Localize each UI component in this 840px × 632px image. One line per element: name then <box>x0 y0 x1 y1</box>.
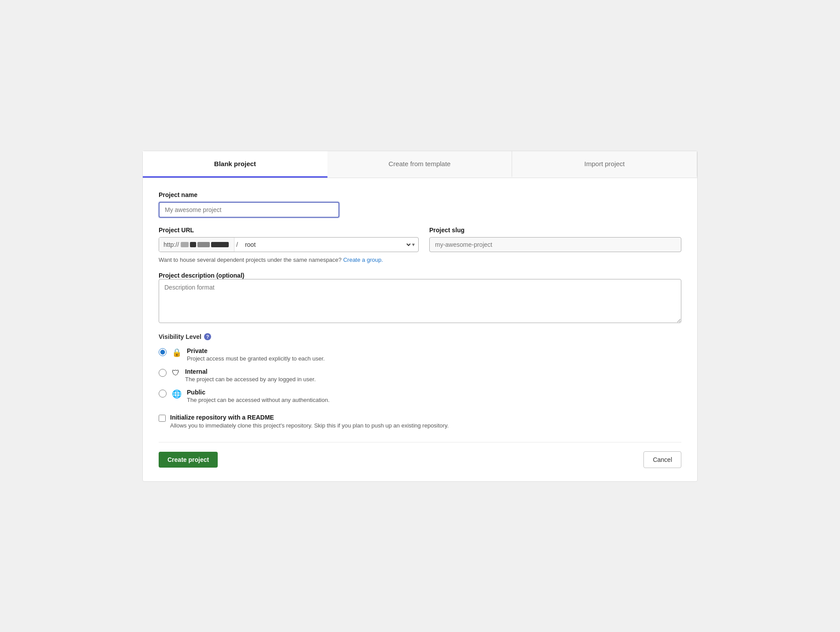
visibility-text-private: Private Project access must be granted e… <box>187 347 325 362</box>
tab-create-template[interactable]: Create from template <box>327 151 513 178</box>
visibility-option-public: 🌐 Public The project can be accessed wit… <box>159 389 681 403</box>
visibility-text-public: Public The project can be accessed witho… <box>187 389 330 403</box>
tab-bar: Blank project Create from template Impor… <box>143 151 697 178</box>
project-name-group: Project name <box>159 191 681 218</box>
visibility-name-internal: Internal <box>185 368 316 375</box>
description-label: Project description (optional) <box>159 272 244 279</box>
modal-container: Blank project Create from template Impor… <box>142 151 698 482</box>
visibility-option-private: 🔒 Private Project access must be granted… <box>159 347 681 362</box>
visibility-desc-public: The project can be accessed without any … <box>187 397 330 403</box>
radio-public[interactable] <box>159 390 167 398</box>
visibility-name-private: Private <box>187 347 325 354</box>
url-select-wrapper[interactable]: root ▾ <box>240 241 418 249</box>
radio-internal-wrapper <box>159 369 167 378</box>
url-slash: / <box>234 238 240 252</box>
project-name-input[interactable] <box>159 202 339 218</box>
init-repo-section: Initialize repository with a README Allo… <box>159 414 681 429</box>
form-body: Project name Project URL http:// <box>143 178 697 481</box>
url-block-3 <box>197 242 210 247</box>
tab-create-template-label: Create from template <box>389 160 451 167</box>
hint-text: Want to house several dependent projects… <box>159 257 681 263</box>
visibility-title: Visibility Level ? <box>159 333 681 340</box>
project-name-label: Project name <box>159 191 681 198</box>
url-block-1 <box>181 242 189 247</box>
shield-icon: 🛡 <box>172 368 180 378</box>
tab-blank-project-label: Blank project <box>214 160 256 167</box>
project-slug-input[interactable] <box>429 237 681 252</box>
visibility-name-public: Public <box>187 389 330 396</box>
lock-icon: 🔒 <box>172 348 182 357</box>
visibility-text-internal: Internal The project can be accessed by … <box>185 368 316 383</box>
init-repo-desc: Allows you to immediately clone this pro… <box>170 422 449 429</box>
tab-blank-project[interactable]: Blank project <box>143 151 327 178</box>
init-repo-checkbox[interactable] <box>159 415 166 422</box>
chevron-down-icon: ▾ <box>412 242 415 248</box>
project-slug-group: Project slug <box>429 227 681 252</box>
url-blocks <box>181 242 229 247</box>
radio-private[interactable] <box>159 348 167 356</box>
description-group: Project description (optional) <box>159 272 681 324</box>
visibility-desc-private: Project access must be granted explicitl… <box>187 355 325 362</box>
url-slug-row: Project URL http:// / r <box>159 227 681 252</box>
visibility-section: Visibility Level ? 🔒 Private Project acc… <box>159 333 681 403</box>
project-slug-label: Project slug <box>429 227 681 234</box>
visibility-desc-internal: The project can be accessed by any logge… <box>185 376 316 383</box>
radio-private-wrapper <box>159 348 167 357</box>
tab-import-project[interactable]: Import project <box>512 151 697 178</box>
globe-icon: 🌐 <box>172 389 182 399</box>
cancel-button[interactable]: Cancel <box>643 451 681 468</box>
create-project-button[interactable]: Create project <box>159 452 218 468</box>
init-repo-text: Initialize repository with a README Allo… <box>170 414 449 429</box>
visibility-help-icon[interactable]: ? <box>204 333 211 340</box>
radio-internal[interactable] <box>159 369 167 377</box>
project-url-label: Project URL <box>159 227 419 234</box>
radio-public-wrapper <box>159 390 167 399</box>
init-repo-title: Initialize repository with a README <box>170 414 449 421</box>
description-textarea[interactable] <box>159 279 681 323</box>
url-block-4 <box>211 242 229 247</box>
url-prefix: http:// <box>159 238 234 252</box>
tab-import-project-label: Import project <box>584 160 625 167</box>
create-group-link[interactable]: Create a group. <box>343 257 383 263</box>
form-actions: Create project Cancel <box>159 442 681 468</box>
url-block-2 <box>190 242 196 247</box>
project-url-group: Project URL http:// / r <box>159 227 419 252</box>
visibility-option-internal: 🛡 Internal The project can be accessed b… <box>159 368 681 383</box>
namespace-select[interactable]: root <box>243 241 412 249</box>
url-input-wrapper: http:// / root ▾ <box>159 237 419 252</box>
